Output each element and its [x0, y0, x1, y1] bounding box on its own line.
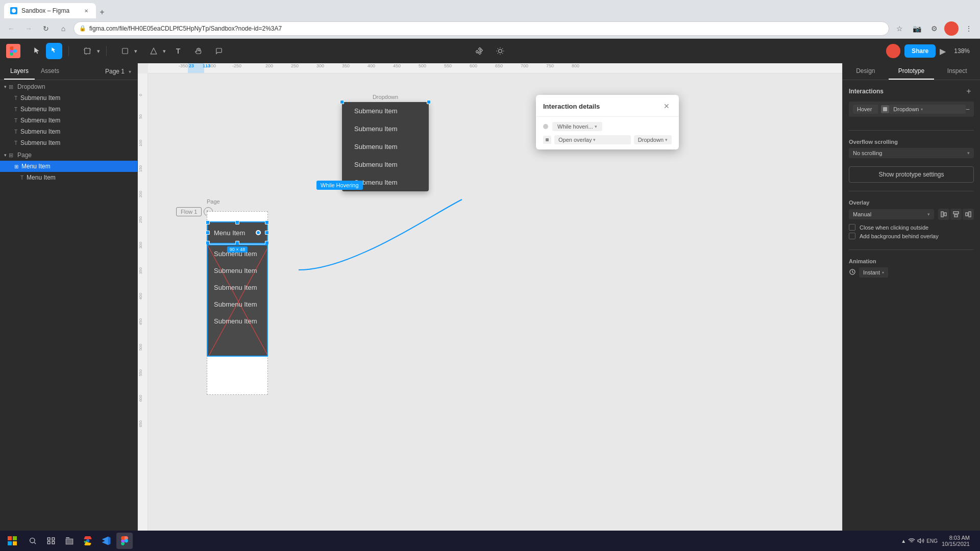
ruler-vertical: 0 50 100 150 200 250 300 350 400 450 500…	[138, 73, 148, 551]
zoom-indicator[interactable]: 138%	[950, 45, 974, 57]
theme-toggle[interactable]	[492, 43, 508, 59]
submenu-overlay-item-2[interactable]: Submenu Item	[208, 262, 267, 279]
layer-menuitem-group[interactable]: ⊞ Menu Item	[0, 161, 137, 172]
dropdown-frame[interactable]: Submenu Item Submenu Item Submenu Item S…	[342, 102, 429, 191]
taskbar-figma[interactable]	[116, 533, 133, 549]
action-badge[interactable]: Dropdown ▾	[889, 105, 965, 114]
tab-close-button[interactable]: ✕	[83, 7, 90, 14]
layer-submenu5[interactable]: T Submenu Item	[0, 137, 137, 148]
design-tab[interactable]: Design	[843, 63, 889, 80]
taskbar-taskview[interactable]	[43, 533, 59, 549]
submenu-overlay-item-4[interactable]: Submenu Item	[208, 296, 267, 313]
close-outside-checkbox[interactable]	[849, 224, 855, 231]
popup-action-badge[interactable]: Open overlay ▾	[554, 135, 631, 144]
page-layer-group[interactable]: ▾ ⊞ Page	[0, 148, 137, 161]
page-selector[interactable]: Page 1	[105, 68, 125, 75]
svg-rect-18	[883, 107, 887, 111]
handle-rm	[265, 231, 269, 235]
taskbar-explorer[interactable]	[61, 533, 78, 549]
taskbar-chrome[interactable]	[80, 533, 96, 549]
animation-icon	[849, 268, 856, 277]
hand-tool[interactable]	[190, 43, 207, 59]
popup-close-button[interactable]: ✕	[662, 101, 672, 111]
overlay-position-select[interactable]: Manual ▾	[849, 209, 934, 219]
assets-tab[interactable]: Assets	[35, 63, 65, 80]
shape-tool[interactable]	[117, 43, 133, 59]
reload-button[interactable]: ↻	[39, 21, 53, 36]
layer-submenu2[interactable]: T Submenu Item	[0, 104, 137, 115]
taskbar-chevron-up[interactable]: ▲	[901, 538, 906, 544]
taskbar-vscode[interactable]	[98, 533, 114, 549]
submenu-overlay-item-5[interactable]: Submenu Item	[208, 313, 267, 330]
figma-logo[interactable]	[6, 44, 20, 58]
popup-component-icon	[543, 136, 551, 144]
back-button[interactable]: ←	[4, 21, 18, 36]
tool-separator-1	[68, 46, 69, 56]
forward-button[interactable]: →	[21, 21, 36, 36]
layer-submenu1[interactable]: T Submenu Item	[0, 92, 137, 104]
dropdown-item-2[interactable]: Submenu Item	[342, 120, 429, 138]
select-tool[interactable]	[46, 43, 62, 59]
component-icon: ⊞	[14, 164, 18, 169]
topbar-center	[472, 43, 508, 59]
start-button[interactable]	[4, 533, 20, 549]
layer-submenu3[interactable]: T Submenu Item	[0, 115, 137, 126]
comment-tool[interactable]	[211, 43, 227, 59]
overflow-select[interactable]: No scrolling ▾	[849, 148, 974, 158]
share-button[interactable]: Share	[904, 44, 936, 58]
dropdown-item-3[interactable]: Submenu Item	[342, 138, 429, 156]
show-prototype-settings-button[interactable]: Show prototype settings	[849, 166, 974, 183]
extensions-button[interactable]: ⚙	[927, 21, 941, 36]
taskbar-time: 8:03 AM	[942, 535, 970, 541]
add-interaction-button[interactable]: +	[964, 86, 974, 96]
add-background-checkbox[interactable]	[849, 233, 855, 239]
dropdown-item-1[interactable]: Submenu Item	[342, 102, 429, 120]
home-button[interactable]: ⌂	[56, 21, 70, 36]
dropdown-item-4[interactable]: Submenu Item	[342, 156, 429, 173]
submenu-overlay-item-3[interactable]: Submenu Item	[208, 279, 267, 296]
align-center-button[interactable]	[950, 209, 962, 220]
move-tool[interactable]	[29, 43, 45, 59]
remove-interaction-button[interactable]: −	[966, 105, 970, 113]
align-right-button[interactable]	[963, 209, 974, 220]
svg-marker-37	[918, 539, 920, 543]
taskbar-search[interactable]	[24, 533, 41, 549]
text-icon-2: T	[14, 107, 17, 112]
handle-tl	[206, 220, 210, 224]
browser-chrome: Sandbox – Figma ✕ +	[0, 0, 980, 18]
profile-button[interactable]	[944, 21, 959, 36]
new-tab-button[interactable]: +	[96, 6, 108, 18]
selection-handle-tr	[427, 100, 431, 104]
svg-rect-24	[966, 213, 968, 216]
address-bar[interactable]: 🔒 figma.com/file/fHH0E05eaCDLPfC5HpNyTp/…	[74, 21, 889, 36]
user-avatar[interactable]	[886, 44, 900, 58]
prototype-tab[interactable]: Prototype	[889, 63, 935, 80]
menu-item-frame[interactable]: Menu Item	[207, 221, 268, 244]
layers-tab[interactable]: Layers	[4, 63, 35, 80]
frame-tool[interactable]	[79, 43, 95, 59]
menu-button[interactable]: ⋮	[962, 21, 976, 36]
layer-menuitem-text[interactable]: T Menu Item	[0, 172, 137, 183]
overflow-section: Overflow scrolling No scrolling ▾	[843, 135, 980, 162]
pen-tool[interactable]	[145, 43, 162, 59]
inspect-tab[interactable]: Inspect	[934, 63, 980, 80]
play-button[interactable]: ▶	[940, 46, 946, 56]
text-tool[interactable]: T	[170, 43, 186, 59]
animation-select[interactable]: Instant ▾	[859, 267, 888, 278]
svg-rect-35	[52, 541, 55, 544]
component-button[interactable]	[472, 43, 488, 59]
bookmark-button[interactable]: ☆	[892, 21, 906, 36]
canvas-area[interactable]: -350 -300 -250 23 113 200 250 300 350 40…	[138, 63, 842, 551]
align-left-button[interactable]	[938, 209, 949, 220]
submenu-overlay-frame[interactable]: 90 × 48 Submenu Item Submenu Item Submen…	[207, 244, 268, 357]
popup-destination-badge[interactable]: Dropdown ▾	[634, 135, 672, 144]
popup-trigger-badge[interactable]: While hoveri... ▾	[552, 122, 602, 131]
dropdown-layer-group[interactable]: ▾ ⊞ Dropdown	[0, 80, 137, 92]
active-tab[interactable]: Sandbox – Figma ✕	[4, 3, 96, 18]
layer-menuitem-text-label: Menu Item	[27, 174, 56, 181]
screenshot-button[interactable]: 📷	[910, 21, 924, 36]
layer-submenu4[interactable]: T Submenu Item	[0, 126, 137, 137]
browser-tabs: Sandbox – Figma ✕ +	[4, 0, 108, 18]
overlay-pos-chevron: ▾	[927, 212, 930, 217]
trigger-badge[interactable]: Hover	[853, 105, 878, 114]
